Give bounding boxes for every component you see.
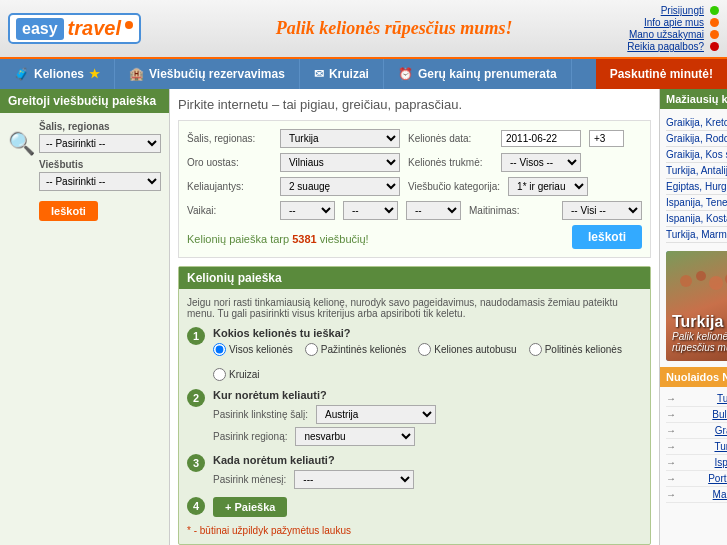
nav-kruizai[interactable]: ✉ Kruizai	[300, 59, 384, 89]
trip-desc: Jeigu nori rasti tinkamiausią kelionę, n…	[187, 297, 642, 319]
step-1-content: Kokios kelionės tu ieškai? Visos kelionė…	[213, 327, 642, 381]
link-orders[interactable]: Mano užsakymai	[629, 29, 704, 40]
nav-prenumerata-label: Gerų kainų prenumerata	[418, 67, 557, 81]
radio-pazintines[interactable]: Pažintinės kelionės	[305, 343, 407, 356]
form-children-select2[interactable]: --	[343, 201, 398, 220]
step-1: 1 Kokios kelionės tu ieškai? Visos kelio…	[187, 327, 642, 381]
step-2-region-select[interactable]: nesvarbu	[295, 427, 415, 446]
discount-dest-2[interactable]: Graikija	[715, 425, 727, 436]
mail-icon: ✉	[314, 67, 324, 81]
nav-keliones[interactable]: 🧳 Keliones ★	[0, 59, 115, 89]
hotels-count-text: Kelionių paieška tarp 5381 viešbučių!	[187, 233, 369, 245]
dot-orange-1	[710, 18, 719, 27]
nav-keliones-label: Keliones	[34, 67, 84, 81]
form-travelers-select[interactable]: 2 suaugę	[280, 177, 400, 196]
trip-section: Kelionių paieška Jeigu nori rasti tinkam…	[178, 266, 651, 545]
search-form: Šalis, regionas: Turkija Kelionės data: …	[178, 120, 651, 258]
nav-last-minute[interactable]: Paskutinė minutė!	[596, 59, 727, 89]
discount-4: →Ispanija nuo 1557 LTL	[666, 455, 727, 471]
discount-3: →Tunisas nuo 1356 LTL	[666, 439, 727, 455]
left-sidebar: Greitoji viešbučių paieška 🔍 Šalis, regi…	[0, 89, 170, 545]
form-meals-label: Maitinimas:	[469, 205, 554, 216]
star-icon: ★	[89, 67, 100, 81]
main-search-btn[interactable]: Ieškoti	[572, 225, 642, 249]
form-children-select3[interactable]: --	[406, 201, 461, 220]
step-1-num: 1	[187, 327, 205, 345]
radio-kruizai[interactable]: Kruizai	[213, 368, 260, 381]
discount-dest-6[interactable]: Marokas	[713, 489, 727, 500]
header: easy travel Palik kelionės rūpesčius mum…	[0, 0, 727, 59]
radio-autobusu[interactable]: Keliones autobusu	[418, 343, 516, 356]
form-meals-select[interactable]: -- Visi --	[562, 201, 642, 220]
price-item-5: Ispanija, Tenerifė nuo 1110 Lt	[666, 195, 727, 211]
form-airport-select[interactable]: Vilniaus	[280, 153, 400, 172]
nav-prenumerata[interactable]: ⏰ Gerų kainų prenumerata	[384, 59, 572, 89]
radio-visos[interactable]: Visos kelionės	[213, 343, 293, 356]
step-1-options: Visos kelionės Pažintinės kelionės Kelio…	[213, 343, 642, 381]
country-select[interactable]: -- Pasirinkti --	[39, 134, 161, 153]
form-hotelcat-label: Viešbučio kategorija:	[408, 181, 500, 192]
form-children-select1[interactable]: --	[280, 201, 335, 220]
link-help[interactable]: Reikia pagalbos?	[627, 41, 704, 52]
header-tagline: Palik kelionės rūpesčius mums!	[161, 18, 627, 39]
hotel-icon: 🏨	[129, 67, 144, 81]
step-3-title: Kada norėtum keliauti?	[213, 454, 642, 466]
form-country-label: Šalis, regionas:	[187, 133, 272, 144]
right-sidebar: Mažiausių kainų pasiūlymai Graikija, Kre…	[659, 89, 727, 545]
price-dest-4: Egiptas, Hurgada	[666, 181, 727, 192]
price-item-2: Graikija, Kos sala nuo 1019 Lt	[666, 147, 727, 163]
svg-point-1	[696, 271, 706, 281]
discount-dest-1[interactable]: Bulgarija	[712, 409, 727, 420]
step-3-month-select[interactable]: ---	[294, 470, 414, 489]
form-airport-label: Oro uostas:	[187, 157, 272, 168]
price-dest-7: Turkija, Marmaris	[666, 229, 727, 240]
discount-dest-3[interactable]: Tunisas	[714, 441, 727, 452]
center-title: Pirkite internetu – tai pigiau, greičiau…	[178, 97, 651, 112]
svg-point-2	[709, 276, 723, 290]
country-label: Šalis, regionas	[39, 121, 161, 132]
price-item-4: Egiptas, Hurgada nuo 1259 Lt	[666, 179, 727, 195]
step-2-content: Kur norėtum keliauti? Pasirink linkstinę…	[213, 389, 642, 446]
step-2-num: 2	[187, 389, 205, 407]
price-dest-5: Ispanija, Tenerifė	[666, 197, 727, 208]
step-4: 4 + Paieška	[187, 497, 642, 517]
link-prisijungti[interactable]: Prisijungti	[661, 5, 704, 16]
form-hotelcat-select[interactable]: 1* ir geriau	[508, 177, 588, 196]
form-duration-select[interactable]: -- Visos --	[501, 153, 581, 172]
discount-0: →Turkija nuo 1066 LTL	[666, 391, 727, 407]
radio-politines[interactable]: Politinės kelionės	[529, 343, 622, 356]
nav-viesbuciai[interactable]: 🏨 Viešbučių rezervavimas	[115, 59, 300, 89]
form-row-airport: Oro uostas: Vilniaus Kelionės trukmė: --…	[187, 153, 642, 172]
price-item-3: Turkija, Antalija nuo 1134 Lt	[666, 163, 727, 179]
form-date-input[interactable]	[501, 130, 581, 147]
price-dest-0: Graikija, Kretos sala	[666, 117, 727, 128]
discount-6: →Marokas nuo 2500 LTL	[666, 487, 727, 503]
discount-dest-5[interactable]: Portugalija	[708, 473, 727, 484]
prices-list: Graikija, Kretos sala nuo 838 Lt Graikij…	[666, 115, 727, 243]
clock-icon: ⏰	[398, 67, 413, 81]
form-row-country: Šalis, regionas: Turkija Kelionės data:	[187, 129, 642, 148]
dot-orange-2	[710, 30, 719, 39]
logo-travel: travel	[64, 17, 125, 40]
sidebar-search-btn[interactable]: Ieškoti	[39, 201, 98, 221]
form-row-children: Vaikai: -- -- -- Maitinimas: -- Visi --	[187, 201, 642, 220]
form-date-plus[interactable]	[589, 130, 624, 147]
hotel-select[interactable]: -- Pasirinkti --	[39, 172, 161, 191]
nav-viesbuciai-label: Viešbučių rezervavimas	[149, 67, 285, 81]
header-links: Prisijungti Info apie mus Mano užsakymai…	[627, 5, 719, 52]
discount-dest-4[interactable]: Ispanija	[715, 457, 727, 468]
person-icon: 🧳	[14, 67, 29, 81]
trip-section-title: Kelionių paieška	[179, 267, 650, 289]
link-info[interactable]: Info apie mus	[644, 17, 704, 28]
logo-dot	[125, 21, 133, 29]
step-2-country-select[interactable]: Austrija	[316, 405, 436, 424]
main-content: Greitoji viešbučių paieška 🔍 Šalis, regi…	[0, 89, 727, 545]
form-children-label: Vaikai:	[187, 205, 272, 216]
step-3-month-label: Pasirink mėnesį:	[213, 474, 286, 485]
form-country-select[interactable]: Turkija	[280, 129, 400, 148]
trip-search-btn[interactable]: + Paieška	[213, 497, 287, 517]
discount-dest-0[interactable]: Turkija	[717, 393, 727, 404]
step-3: 3 Kada norėtum keliauti? Pasirink mėnesį…	[187, 454, 642, 489]
price-dest-6: Ispanija, Kosta Dorada	[666, 213, 727, 224]
discount-2: →Graikija nuo 1159 LTL	[666, 423, 727, 439]
